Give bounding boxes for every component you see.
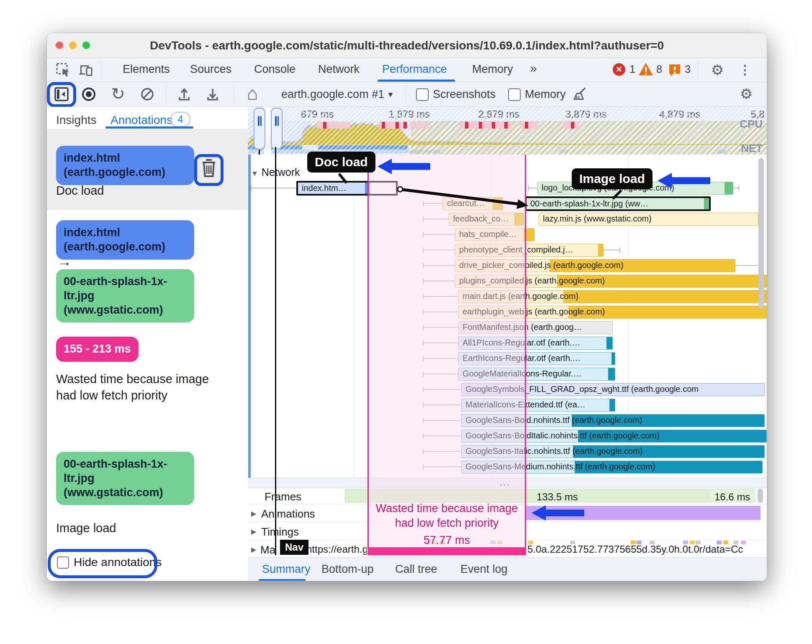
annotation-entry-pill[interactable]: index.html (earth.google.com) xyxy=(56,146,194,185)
more-rows-ellipsis: … xyxy=(499,476,511,489)
active-tab-underline xyxy=(378,80,455,82)
timeline-overview[interactable]: 879 ms 1,879 ms 2,879 ms 3,879 ms 4,879 … xyxy=(248,107,767,155)
inspect-element-icon[interactable] xyxy=(54,61,72,79)
more-tabs-icon[interactable]: » xyxy=(530,61,537,75)
zoom-window-right-handle[interactable] xyxy=(271,108,283,149)
network-request-bar[interactable]: feedback_co… xyxy=(449,213,524,226)
zoom-window-left-handle[interactable] xyxy=(254,108,265,149)
network-request-bar[interactable]: EarthIcons-Regular.otf (earth.… xyxy=(458,352,615,365)
flame-scrollbar-thumb[interactable] xyxy=(758,158,764,309)
interaction-marker-band xyxy=(317,122,350,129)
interaction-marker-tick xyxy=(382,122,385,129)
network-request-bar[interactable]: plugins_compiled.js (earth.google.com) xyxy=(455,275,767,288)
tab-network[interactable]: Network xyxy=(318,63,360,76)
active-bottom-tab-underline xyxy=(259,579,306,581)
screenshots-label: Screenshots xyxy=(433,88,496,101)
tab-bottom-up[interactable]: Bottom-up xyxy=(321,563,374,576)
tab-memory[interactable]: Memory xyxy=(472,63,513,76)
net-track-label: NET xyxy=(741,142,763,155)
annotation-card-time-range[interactable]: 155 - 213 ms Wasted time because image h… xyxy=(47,324,248,433)
memory-label: Memory xyxy=(525,88,566,101)
collapsed-rows-strip[interactable]: … xyxy=(248,478,767,488)
network-request-bar[interactable]: GoogleSans-Medium.nohints.ttf (earth.goo… xyxy=(461,461,763,474)
collect-garbage-broom-icon[interactable] xyxy=(571,85,589,103)
upload-profile-icon[interactable] xyxy=(175,85,193,103)
doc-load-callout: Doc load xyxy=(307,152,375,173)
settings-gear-icon[interactable]: ⚙ xyxy=(708,61,727,79)
panel-settings-gear-icon[interactable]: ⚙ xyxy=(737,85,756,103)
screenshots-checkbox[interactable] xyxy=(416,88,429,101)
hide-annotations-control[interactable]: Hide annotations xyxy=(47,548,248,577)
network-request-bar[interactable]: earthplugin_web.js (earth.google.com) xyxy=(458,306,767,319)
network-request-bar[interactable]: clearcut… xyxy=(443,197,503,210)
network-request-bar[interactable]: hats_compile… xyxy=(455,228,534,241)
clear-icon[interactable] xyxy=(138,85,157,103)
network-request-bar[interactable]: MaterialIcons-Extended.ttf (ea… xyxy=(461,399,615,412)
interaction-marker-band xyxy=(410,122,429,129)
interaction-marker-tick xyxy=(571,122,574,129)
network-request-bar[interactable]: main.dart.js (earth.google.com) xyxy=(458,290,767,303)
download-profile-icon[interactable] xyxy=(203,85,222,103)
annotation-card-link[interactable]: index.html (earth.google.com) → 00-earth… xyxy=(47,210,248,325)
timeline-marker-line xyxy=(275,147,276,555)
tab-annotations[interactable]: Annotations xyxy=(110,113,172,127)
queue-whisker xyxy=(423,451,461,452)
target-selector[interactable]: earth.google.com #1 xyxy=(281,88,384,101)
issues-badge-icon[interactable] xyxy=(668,63,681,77)
frame-segment[interactable] xyxy=(345,489,709,502)
tab-insights[interactable]: Insights xyxy=(56,113,97,127)
queue-whisker-tick xyxy=(423,309,424,315)
devtools-window: DevTools - earth.google.com/static/multi… xyxy=(46,33,767,581)
home-icon[interactable]: ⌂ xyxy=(243,84,262,103)
memory-checkbox[interactable] xyxy=(508,88,521,101)
tab-sources[interactable]: Sources xyxy=(190,63,231,76)
annotation-entry-pill[interactable]: index.html (earth.google.com) xyxy=(56,220,194,260)
reload-record-icon[interactable]: ↻ xyxy=(109,85,127,103)
nav-marker-chip: Nav xyxy=(280,540,308,555)
network-waterfall[interactable]: ▼Network index.htm…logo_lockup.svg (eart… xyxy=(248,155,767,478)
network-request-bar[interactable]: GoogleSans-Bold.nohints.ttf (earth.googl… xyxy=(461,414,765,427)
network-request-bar[interactable]: 00-earth-splash-1x-ltr.jpg (ww… xyxy=(525,196,711,211)
kebab-menu-icon[interactable]: ⋮ xyxy=(737,61,753,79)
network-request-bar[interactable]: drive_picker_compiled.js (earth.google.c… xyxy=(455,259,735,272)
annotation-card-doc-load[interactable]: index.html (earth.google.com) Doc load xyxy=(47,129,248,210)
network-request-bar[interactable]: index.htm… xyxy=(296,181,398,196)
interaction-marker-tick xyxy=(403,122,407,129)
queue-whisker-tick xyxy=(423,294,424,299)
collapse-triangle-icon: ▶ xyxy=(251,546,256,554)
main-track-label: Ma xyxy=(260,544,275,556)
collapse-triangle-icon: ▶ xyxy=(251,510,256,518)
network-request-bar[interactable]: GoogleSans-BoldItalic.nohints.ttf (earth… xyxy=(461,430,767,443)
annotation-entry-pill[interactable]: 00-earth-splash-1x-ltr.jpg (www.gstatic.… xyxy=(56,452,194,505)
tab-event-log[interactable]: Event log xyxy=(460,563,508,576)
warning-badge-icon[interactable] xyxy=(638,62,653,76)
main-track-url: https://earth.goog xyxy=(306,544,367,555)
time-range-pill[interactable]: 155 - 213 ms xyxy=(56,337,139,362)
annotation-entry-pill[interactable]: 00-earth-splash-1x-ltr.jpg (www.gstatic.… xyxy=(56,269,194,322)
network-request-bar[interactable]: phenotype_client_compiled.j… xyxy=(455,244,604,257)
network-request-bar[interactable]: GoogleSymbols_FILL_GRAD_opsz_wght.ttf (e… xyxy=(461,383,765,396)
network-request-bar[interactable]: GoogleMaterialIcons-Regular.… xyxy=(458,368,615,381)
tab-elements[interactable]: Elements xyxy=(123,63,170,76)
network-request-bar[interactable]: lazy.min.js (www.gstatic.com) xyxy=(539,213,758,226)
network-request-bar[interactable]: GoogleSans-Italic.nohints.ttf (earth.goo… xyxy=(461,445,765,458)
frames-scrollbar-thumb[interactable] xyxy=(758,489,763,503)
annotation-card-image-load[interactable]: 00-earth-splash-1x-ltr.jpg (www.gstatic.… xyxy=(47,433,248,538)
tab-call-tree[interactable]: Call tree xyxy=(395,563,437,576)
tab-performance[interactable]: Performance xyxy=(382,63,447,76)
network-request-bar[interactable]: FontManifest.json (earth.goog… xyxy=(458,321,613,334)
device-toolbar-icon[interactable] xyxy=(77,61,95,79)
window-title: DevTools - earth.google.com/static/multi… xyxy=(47,39,767,52)
queue-whisker xyxy=(423,466,461,467)
issues-count: 3 xyxy=(685,63,691,75)
collapse-triangle-icon: ▼ xyxy=(251,170,258,178)
error-badge-icon[interactable]: ✕ xyxy=(613,63,625,76)
annotations-count-badge: 4 xyxy=(170,112,190,127)
record-icon[interactable] xyxy=(80,85,98,103)
tab-summary[interactable]: Summary xyxy=(262,563,311,576)
chevron-down-icon[interactable]: ▼ xyxy=(387,90,394,99)
annotation-label: Wasted time because image had low fetch … xyxy=(56,371,211,403)
tab-console[interactable]: Console xyxy=(254,63,296,76)
network-request-bar[interactable]: All1PIcons-Regular.otf (earth.… xyxy=(458,337,613,350)
queue-whisker xyxy=(251,188,296,188)
